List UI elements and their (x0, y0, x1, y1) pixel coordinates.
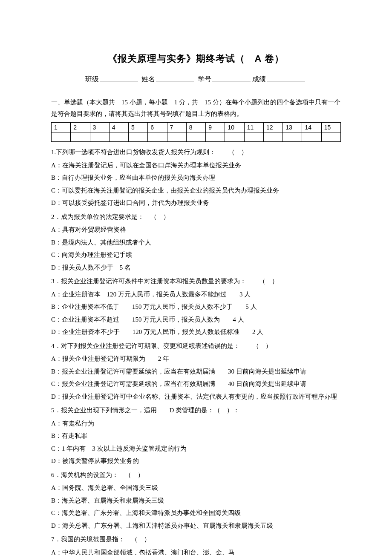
score-blank[interactable] (267, 75, 305, 81)
grid-cell[interactable] (302, 132, 321, 142)
grid-cell[interactable] (71, 132, 90, 142)
question-stem: 7．我国的关境范围是指： （ ） (51, 533, 341, 546)
grid-cell[interactable] (263, 132, 282, 142)
grid-header: 14 (302, 122, 321, 132)
grid-cell[interactable] (167, 132, 186, 142)
grid-header: 11 (244, 122, 263, 132)
grid-header: 6 (148, 122, 167, 132)
question-stem: 1.下列哪一选项不符合进出口货物收发货人报关行为规则： （ ） (51, 146, 341, 158)
grid-cell[interactable] (206, 132, 225, 142)
question-option: B：是境内法人、其他组织或者个人 (51, 236, 341, 249)
grid-cell[interactable] (148, 132, 167, 142)
question-option: A：国务院、海关总署、全国海关三级 (51, 482, 341, 494)
question-option: A：具有对外贸易经营资格 (51, 224, 341, 236)
question-option: B：报关企业注册登记许可需要延续的，应当在有效期届满 30 日前向海关提出延续申… (51, 365, 341, 378)
question-option: C：向海关办理注册登记手续 (51, 249, 341, 261)
question-option: C：可以委托在海关注册登记的报关企业，由报关企业的报关员代为办理报关业务 (51, 184, 341, 197)
class-label: 班级 (85, 75, 99, 83)
question-option: B：海关总署、直属海关和隶属海关三级 (51, 495, 341, 507)
paper-label: A (255, 53, 262, 64)
grid-header: 12 (263, 122, 282, 132)
id-blank[interactable] (212, 75, 251, 81)
grid-cell[interactable] (244, 132, 263, 142)
question-option: C：企业注册资本不超过 150 万元人民币，报关员人数为 4 人 (51, 313, 341, 326)
question-option: D：报关企业注册登记许可中企业名称、注册资本、法定代表人有变更的，应当按照行政许… (51, 391, 341, 403)
exam-title: 《报关原理与实务》期终考试（ A 卷） (51, 51, 341, 66)
title-suffix: 卷） (265, 53, 284, 64)
grid-header: 2 (71, 122, 90, 132)
question-option: D：被海关暂停从事报关业务的 (51, 455, 341, 467)
grid-cell[interactable] (109, 132, 128, 142)
question-option: D：可以接受委托签订进出口合同，并代为办理报关业务 (51, 197, 341, 209)
question-option: C：1 年内有 3 次以上违反海关监管规定的行为 (51, 443, 341, 455)
question-option: B：自行办理报关业务，应当由本单位的报关员向海关办理 (51, 172, 341, 184)
answer-grid-header-row: 1 2 3 4 5 6 7 8 9 10 11 12 13 14 15 (52, 122, 341, 132)
question-option: A：在海关注册登记后，可以在全国各口岸海关办理本单位报关业务 (51, 159, 341, 172)
grid-header: 10 (225, 122, 244, 132)
grid-header: 4 (109, 122, 128, 132)
grid-header: 8 (186, 122, 205, 132)
grid-cell[interactable] (129, 132, 148, 142)
question-option: A：有走私行为 (51, 417, 341, 430)
grid-header: 5 (129, 122, 148, 132)
question-stem: 6．海关机构的设置为： （ ） (51, 469, 341, 481)
grid-cell[interactable] (283, 132, 302, 142)
question-option: D：企业注册资本不少于 120 万元人民币，报关员人数最低标准 2 人 (51, 326, 341, 338)
question-stem: 5．报关企业出现下列情形之一，适用 D 类管理的是：（ ）： (51, 404, 341, 417)
question-option: C：海关总署、广东分署、上海和天津特派员办事处和全国海关四级 (51, 507, 341, 519)
answer-grid-input-row (52, 132, 341, 142)
question-stem: 2．成为报关单位的法定要求是： （ ） (51, 211, 341, 223)
grid-header: 7 (167, 122, 186, 132)
grid-header: 3 (90, 122, 109, 132)
class-blank[interactable] (100, 75, 138, 81)
name-label: 姓名 (141, 75, 155, 83)
section-1-intro: 一、单选题（本大题共 15 小题，每小题 1 分，共 15 分）在每个小题列出的… (51, 97, 341, 120)
grid-header: 15 (321, 122, 340, 132)
grid-header: 1 (52, 122, 71, 132)
grid-cell[interactable] (90, 132, 109, 142)
question-stem: 3．报关企业注册登记许可条件中对注册资本和报关员数量的要求为： （ ） (51, 275, 341, 288)
grid-header: 9 (206, 122, 225, 132)
answer-grid: 1 2 3 4 5 6 7 8 9 10 11 12 13 14 15 (51, 122, 341, 142)
question-option: A：报关企业注册登记许可期限为 2 年 (51, 353, 341, 365)
questions-container: 1.下列哪一选项不符合进出口货物收发货人报关行为规则： （ ）A：在海关注册登记… (51, 146, 341, 555)
grid-cell[interactable] (321, 132, 340, 142)
grid-cell[interactable] (52, 132, 71, 142)
question-option: D：海关总署、广东分署、上海和天津特派员办事处、直属海关和隶属海关五级 (51, 520, 341, 532)
student-info-line: 班级 姓名 学号成绩 (51, 74, 341, 85)
question-stem: 4．对下列报关企业注册登记许可期限、变更和延续表述错误的是： （ ） (51, 340, 341, 352)
question-option: A：企业注册资本 120 万元人民币，报关员人数最多不能超过 3 人 (51, 288, 341, 301)
score-label: 成绩 (252, 75, 266, 83)
question-option: A：中华人民共和国全部领域，包括香港、澳门和台、澎、金、马 (51, 546, 341, 555)
grid-cell[interactable] (225, 132, 244, 142)
title-main: 《报关原理与实务》期终考试（ (108, 53, 245, 64)
grid-header: 13 (283, 122, 302, 132)
id-label: 学号 (198, 75, 211, 83)
question-option: B：企业注册资本不低于 150 万元人民币，报关员人数不少于 5 人 (51, 301, 341, 313)
name-blank[interactable] (156, 75, 194, 81)
question-option: C：报关企业注册登记许可需要延续的，应当在有效期届满 40 日前向海关提出延续申… (51, 378, 341, 390)
grid-cell[interactable] (186, 132, 205, 142)
question-option: D：报关员人数不少于 5 名 (51, 262, 341, 274)
question-option: B：有走私罪 (51, 430, 341, 442)
